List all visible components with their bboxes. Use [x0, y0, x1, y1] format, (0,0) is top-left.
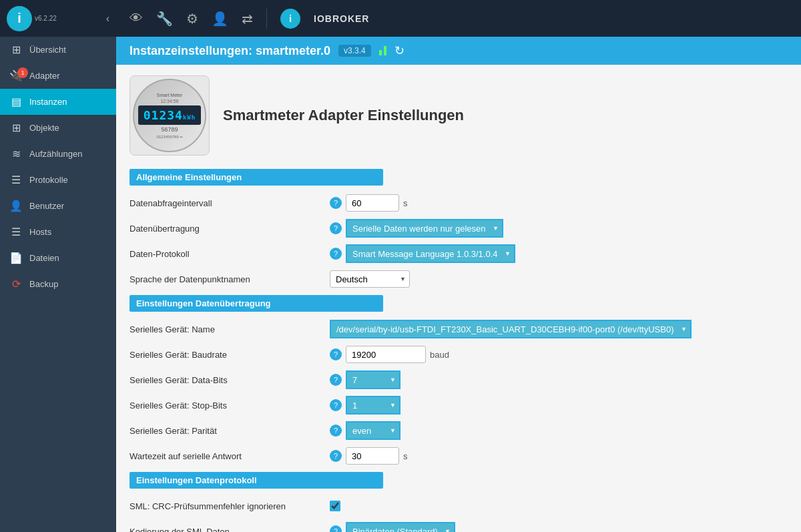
- status-indicator: [379, 46, 386, 55]
- transfer-icon[interactable]: ⇄: [242, 11, 253, 27]
- input-wartezeit[interactable]: [346, 447, 399, 465]
- adapter-header: Smart Meter 12:34:56 01234kWh 56789 0123…: [129, 75, 788, 156]
- sidebar-item-hosts[interactable]: ☰ Hosts: [0, 219, 116, 245]
- sidebar-item-uebersicht[interactable]: ⊞ Übersicht: [0, 37, 116, 63]
- help-icon-paritaet[interactable]: ?: [330, 425, 342, 437]
- sidebar-item-dateien[interactable]: 📄 Dateien: [0, 245, 116, 271]
- sidebar-collapse-icon[interactable]: ‹: [106, 13, 109, 25]
- gear-icon[interactable]: ⚙: [186, 11, 198, 27]
- help-icon-wartezeit[interactable]: ?: [330, 450, 342, 462]
- control-kodierung: ? Binärdaten (Standard): [330, 522, 455, 532]
- help-icon-datenuebertragung[interactable]: ?: [330, 222, 342, 234]
- version-badge: v3.3.4: [338, 45, 371, 57]
- help-icon-datenprotokoll[interactable]: ?: [330, 248, 342, 260]
- label-kodierung: Kodierung der SML Daten: [129, 527, 330, 533]
- select-wrapper-datenprotokoll: Smart Message Language 1.0.3/1.0.4: [346, 244, 515, 263]
- checkbox-crc[interactable]: [330, 501, 340, 511]
- sidebar-nav: ⊞ Übersicht 🔌 Adapter 1 ▤ Instanzen ⊞ Ob…: [0, 37, 116, 532]
- label-serial-name: Serielles Gerät: Name: [129, 324, 330, 334]
- meter-barcode: 0123456789 ••: [156, 135, 182, 139]
- person-icon[interactable]: 👤: [212, 11, 228, 27]
- sidebar-logo: i: [7, 6, 32, 31]
- sidebar-item-label: Dateien: [29, 253, 59, 263]
- field-sprache: Sprache der Datenpunktnamen Deutsch: [129, 270, 788, 288]
- label-datenprotokoll: Daten-Protokoll: [129, 249, 330, 259]
- meter-sub: 56789: [161, 126, 178, 133]
- grid-icon: ⊞: [9, 43, 23, 56]
- adapter-image-inner: Smart Meter 12:34:56 01234kWh 56789 0123…: [133, 79, 206, 152]
- select-wrapper-stopbits: 1: [346, 396, 400, 415]
- unit-baudrate: baud: [430, 350, 449, 360]
- control-databits: ? 7: [330, 370, 400, 389]
- input-baudrate[interactable]: [346, 346, 426, 363]
- sidebar-item-aufzaehlungen[interactable]: ≋ Aufzählungen: [0, 141, 116, 167]
- control-paritaet: ? even: [330, 421, 400, 440]
- sidebar-item-instanzen[interactable]: ▤ Instanzen: [0, 89, 116, 115]
- sidebar-item-label: Aufzählungen: [29, 149, 83, 159]
- field-kodierung: Kodierung der SML Daten ? Binärdaten (St…: [129, 522, 788, 532]
- select-databits[interactable]: 7: [346, 371, 400, 388]
- select-wrapper-datenuebertragung: Serielle Daten werden nur gelesen: [346, 219, 503, 238]
- section-datatransfer-header: Einstellungen Datenübertragung: [129, 295, 383, 312]
- sidebar-item-protokolle[interactable]: ☰ Protokolle: [0, 167, 116, 193]
- label-stopbits: Serielles Gerät: Stop-Bits: [129, 401, 330, 411]
- aufzaehlungen-icon: ≋: [9, 148, 23, 160]
- main-container: 👁 🔧 ⚙ 👤 ⇄ i IOBROKER Instanzeinstellunge…: [116, 0, 801, 532]
- unit-wartezeit: s: [403, 451, 408, 461]
- sidebar-item-label: Übersicht: [29, 45, 66, 55]
- field-serial-name: Serielles Gerät: Name /dev/serial/by-id/…: [129, 320, 788, 338]
- help-icon-baudrate[interactable]: ?: [330, 348, 342, 360]
- field-datenuebertragung: Datenübertragung ? Serielle Daten werden…: [129, 219, 788, 238]
- select-stopbits[interactable]: 1: [346, 396, 400, 414]
- backup-icon: ⟳: [9, 278, 23, 290]
- meter-time: 12:34:56: [160, 99, 178, 103]
- help-icon-datenabfrageintervall[interactable]: ?: [330, 197, 342, 209]
- objekte-icon: ⊞: [9, 121, 23, 134]
- select-datenuebertragung[interactable]: Serielle Daten werden nur gelesen: [346, 220, 503, 237]
- field-wartezeit: Wartezeit auf serielle Antwort ? s: [129, 447, 788, 465]
- topbar-divider: [266, 9, 267, 29]
- adapter-title: Smartmeter Adapter Einstellungen: [223, 107, 464, 124]
- field-paritaet: Serielles Gerät: Parität ? even: [129, 421, 788, 440]
- control-serial-name: /dev/serial/by-id/usb-FTDI_FT230X_Basic_…: [330, 320, 692, 338]
- select-wrapper-serial-name: /dev/serial/by-id/usb-FTDI_FT230X_Basic_…: [330, 320, 692, 338]
- help-icon-databits[interactable]: ?: [330, 374, 342, 386]
- field-datenabfrageintervall: Datenabfrageintervall ? s: [129, 194, 788, 212]
- control-datenprotokoll: ? Smart Message Language 1.0.3/1.0.4: [330, 244, 515, 263]
- sidebar-header: i v6.2.22 ‹: [0, 0, 116, 37]
- refresh-button[interactable]: ↻: [394, 43, 405, 58]
- meter-brand: Smart Meter: [157, 93, 183, 97]
- wrench-icon[interactable]: 🔧: [156, 11, 173, 27]
- sidebar-item-benutzer[interactable]: 👤 Benutzer: [0, 193, 116, 219]
- help-icon-stopbits[interactable]: ?: [330, 399, 342, 411]
- sidebar-item-adapter[interactable]: 🔌 Adapter 1: [0, 63, 116, 89]
- label-datenuebertragung: Datenübertragung: [129, 224, 330, 234]
- select-wrapper-databits: 7: [346, 370, 400, 389]
- page-title: Instanzeinstellungen: smartmeter.0: [129, 44, 330, 58]
- meter-display: 01234kWh: [138, 105, 201, 125]
- field-baudrate: Serielles Gerät: Baudrate ? baud: [129, 345, 788, 364]
- sidebar-item-label: Adapter: [29, 71, 60, 81]
- control-wartezeit: ? s: [330, 447, 408, 465]
- topbar-logo: i: [280, 9, 300, 29]
- control-datenuebertragung: ? Serielle Daten werden nur gelesen: [330, 219, 503, 238]
- field-datenprotokoll: Daten-Protokoll ? Smart Message Language…: [129, 244, 788, 263]
- benutzer-icon: 👤: [9, 200, 23, 212]
- instanzen-icon: ▤: [9, 95, 23, 108]
- select-paritaet[interactable]: even: [346, 422, 400, 439]
- sidebar-item-objekte[interactable]: ⊞ Objekte: [0, 115, 116, 141]
- unit-datenabfrageintervall: s: [403, 198, 408, 208]
- control-baudrate: ? baud: [330, 346, 449, 363]
- select-kodierung[interactable]: Binärdaten (Standard): [346, 523, 455, 532]
- help-icon-kodierung[interactable]: ?: [330, 525, 342, 532]
- sidebar-item-label: Backup: [29, 279, 58, 289]
- sidebar: i v6.2.22 ‹ ⊞ Übersicht 🔌 Adapter 1 ▤ In…: [0, 0, 116, 532]
- sidebar-item-backup[interactable]: ⟳ Backup: [0, 271, 116, 297]
- select-serial-name[interactable]: /dev/serial/by-id/usb-FTDI_FT230X_Basic_…: [330, 320, 691, 338]
- input-datenabfrageintervall[interactable]: [346, 194, 399, 212]
- sidebar-item-label: Benutzer: [29, 201, 64, 211]
- select-datenprotokoll[interactable]: Smart Message Language 1.0.3/1.0.4: [346, 245, 515, 262]
- eye-icon[interactable]: 👁: [129, 11, 143, 26]
- status-bar-2: [384, 46, 386, 55]
- select-sprache[interactable]: Deutsch: [330, 270, 410, 288]
